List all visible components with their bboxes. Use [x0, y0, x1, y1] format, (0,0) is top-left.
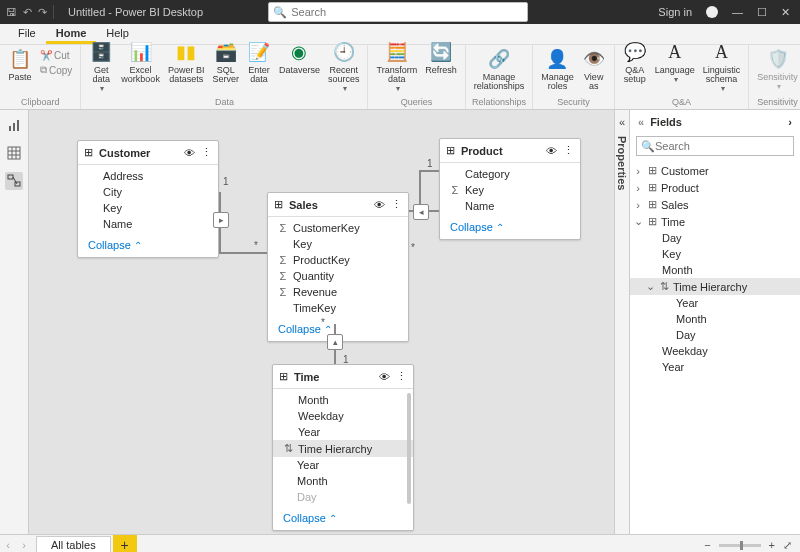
manage-relationships-button[interactable]: 🔗Manage relationships	[472, 45, 527, 93]
save-icon[interactable]: 🖫	[6, 6, 17, 18]
field-row[interactable]: Category	[440, 166, 580, 182]
page-tab-all-tables[interactable]: All tables	[36, 536, 111, 552]
tree-field[interactable]: Weekday	[630, 343, 800, 359]
tree-node-sales[interactable]: ›⊞Sales	[630, 196, 800, 213]
manage-roles-button[interactable]: 👤Manage roles	[539, 45, 576, 93]
field-row[interactable]: Key	[268, 236, 408, 252]
collapse-link[interactable]: Collapse	[88, 239, 142, 251]
relationship-filter-icon[interactable]: ▸	[213, 212, 229, 228]
data-view-button[interactable]	[5, 144, 23, 162]
field-row[interactable]: ΣCustomerKey	[268, 220, 408, 236]
tree-field[interactable]: Day	[630, 230, 800, 246]
model-view-button[interactable]	[5, 172, 23, 190]
tree-node-customer[interactable]: ›⊞Customer	[630, 162, 800, 179]
tree-field[interactable]: Month	[630, 311, 800, 327]
visibility-icon[interactable]: 👁	[379, 371, 390, 383]
visibility-icon[interactable]: 👁	[184, 147, 195, 159]
tree-field[interactable]: Month	[630, 262, 800, 278]
paste-button[interactable]: 📋 Paste	[6, 45, 34, 84]
fields-search[interactable]: 🔍 Search	[636, 136, 794, 156]
collapse-link[interactable]: Collapse	[283, 512, 337, 524]
field-row[interactable]: Day	[273, 489, 413, 505]
field-row[interactable]: ΣQuantity	[268, 268, 408, 284]
visibility-icon[interactable]: 👁	[374, 199, 385, 211]
page-nav-prev[interactable]: ‹	[0, 539, 16, 551]
title-search[interactable]: 🔍 Search	[268, 2, 528, 22]
restore-button[interactable]: ☐	[757, 6, 767, 19]
field-row[interactable]: ΣKey	[440, 182, 580, 198]
zoom-in-button[interactable]: +	[769, 539, 775, 551]
collapse-link[interactable]: Collapse	[450, 221, 504, 233]
field-row[interactable]: Address	[78, 168, 218, 184]
field-row[interactable]: Month	[273, 473, 413, 489]
minimize-button[interactable]: —	[732, 6, 743, 18]
zoom-slider[interactable]	[719, 544, 761, 547]
entity-sales[interactable]: ⊞ Sales 👁 ⋮ ΣCustomerKey Key ΣProductKey…	[267, 192, 409, 342]
copy-button[interactable]: ⧉Copy	[38, 63, 74, 77]
tree-field[interactable]: Day	[630, 327, 800, 343]
field-row-hierarchy[interactable]: ⇅Time Hierarchy	[273, 440, 413, 457]
visibility-icon[interactable]: 👁	[546, 145, 557, 157]
field-row[interactable]: Name	[440, 198, 580, 214]
field-row[interactable]: Year	[273, 424, 413, 440]
relationship-filter-icon[interactable]: ◂	[413, 204, 429, 220]
entity-customer[interactable]: ⊞ Customer 👁 ⋮ Address City Key Name Col…	[77, 140, 219, 258]
field-row[interactable]: ΣRevenue	[268, 284, 408, 300]
refresh-button[interactable]: 🔄Refresh	[423, 38, 459, 77]
collapse-pane-icon[interactable]: «	[638, 116, 644, 128]
scrollbar[interactable]	[407, 393, 411, 504]
field-row[interactable]: ΣProductKey	[268, 252, 408, 268]
relationship-line[interactable]	[419, 170, 439, 172]
field-row[interactable]: Month	[273, 392, 413, 408]
report-view-button[interactable]	[5, 116, 23, 134]
more-icon[interactable]: ⋮	[201, 146, 212, 159]
dataverse-button[interactable]: ◉Dataverse	[277, 38, 322, 77]
enter-data-button[interactable]: 📝Enter data	[245, 38, 273, 86]
view-as-button[interactable]: 👁️View as	[580, 45, 608, 93]
redo-icon[interactable]: ↷	[38, 6, 47, 19]
recent-sources-button[interactable]: 🕘Recent sources	[326, 38, 362, 95]
tree-node-time[interactable]: ⌄⊞Time	[630, 213, 800, 230]
transform-data-button[interactable]: 🧮Transform data	[374, 38, 419, 95]
more-icon[interactable]: ⋮	[563, 144, 574, 157]
tree-field[interactable]: Year	[630, 295, 800, 311]
relationship-filter-icon[interactable]: ▴	[327, 334, 343, 350]
tree-field[interactable]: Year	[630, 359, 800, 375]
relationship-line[interactable]	[219, 252, 267, 254]
chevron-right-icon[interactable]: ›	[788, 116, 792, 128]
tree-node-time-hierarchy[interactable]: ⌄⇅Time Hierarchy	[630, 278, 800, 295]
field-row[interactable]: TimeKey	[268, 300, 408, 316]
page-nav-next[interactable]: ›	[16, 539, 32, 551]
tab-file[interactable]: File	[8, 24, 46, 44]
sign-in-link[interactable]: Sign in	[658, 6, 692, 18]
language-button[interactable]: ALanguage	[653, 38, 697, 86]
sensitivity-button[interactable]: 🛡️Sensitivity	[755, 45, 800, 93]
cut-button[interactable]: ✂️Cut	[38, 49, 74, 62]
undo-icon[interactable]: ↶	[23, 6, 32, 19]
tree-node-product[interactable]: ›⊞Product	[630, 179, 800, 196]
get-data-button[interactable]: 🗄️Get data	[87, 38, 115, 95]
more-icon[interactable]: ⋮	[396, 370, 407, 383]
properties-pane-collapsed[interactable]: « Properties	[614, 110, 629, 534]
zoom-out-button[interactable]: −	[704, 539, 710, 551]
field-row[interactable]: City	[78, 184, 218, 200]
excel-button[interactable]: 📊Excel workbook	[119, 38, 162, 86]
field-row[interactable]: Name	[78, 216, 218, 232]
sql-icon: 🗃️	[214, 40, 238, 64]
qa-setup-button[interactable]: 💬Q&A setup	[621, 38, 649, 86]
close-button[interactable]: ✕	[781, 6, 790, 19]
model-canvas[interactable]: ⊞ Customer 👁 ⋮ Address City Key Name Col…	[29, 110, 614, 534]
linguistic-schema-button[interactable]: ALinguistic schema	[701, 38, 743, 95]
new-page-button[interactable]: +	[113, 535, 137, 552]
entity-time[interactable]: ⊞ Time 👁 ⋮ Month Weekday Year ⇅Time Hier…	[272, 364, 414, 531]
field-row[interactable]: Year	[273, 457, 413, 473]
user-avatar[interactable]	[706, 6, 718, 18]
tree-field[interactable]: Key	[630, 246, 800, 262]
sql-server-button[interactable]: 🗃️SQL Server	[210, 38, 241, 86]
field-row[interactable]: Key	[78, 200, 218, 216]
fit-to-page-button[interactable]: ⤢	[783, 539, 792, 552]
entity-product[interactable]: ⊞ Product 👁 ⋮ Category ΣKey Name Collaps…	[439, 138, 581, 240]
more-icon[interactable]: ⋮	[391, 198, 402, 211]
field-row[interactable]: Weekday	[273, 408, 413, 424]
pbi-datasets-button[interactable]: ▮▮Power BI datasets	[166, 38, 207, 86]
